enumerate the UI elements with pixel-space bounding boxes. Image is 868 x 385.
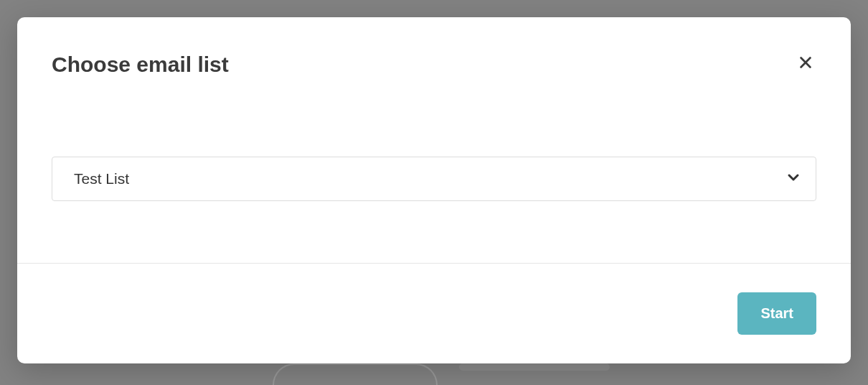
select-value: Test List <box>74 170 781 187</box>
modal-header: Choose email list <box>17 17 851 78</box>
choose-email-list-modal: Choose email list Test List Start <box>17 17 851 363</box>
modal-body: Test List <box>17 78 851 263</box>
modal-footer: Start <box>17 263 851 363</box>
email-list-select-wrapper: Test List <box>52 157 816 201</box>
close-button[interactable] <box>795 52 816 75</box>
modal-title: Choose email list <box>52 52 229 78</box>
email-list-select[interactable]: Test List <box>52 157 816 201</box>
start-button[interactable]: Start <box>737 292 816 335</box>
close-icon <box>798 55 813 73</box>
